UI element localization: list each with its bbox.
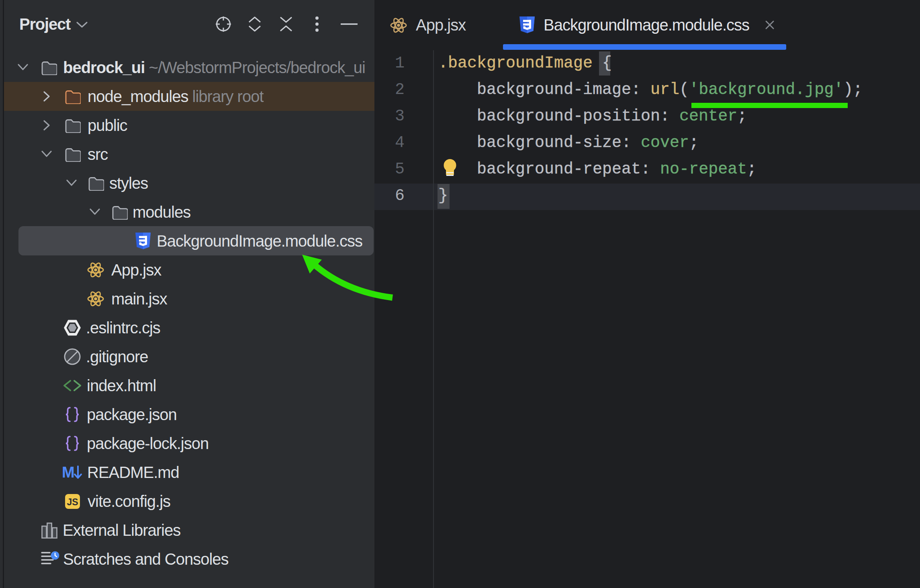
svg-text:JS: JS <box>67 497 78 507</box>
